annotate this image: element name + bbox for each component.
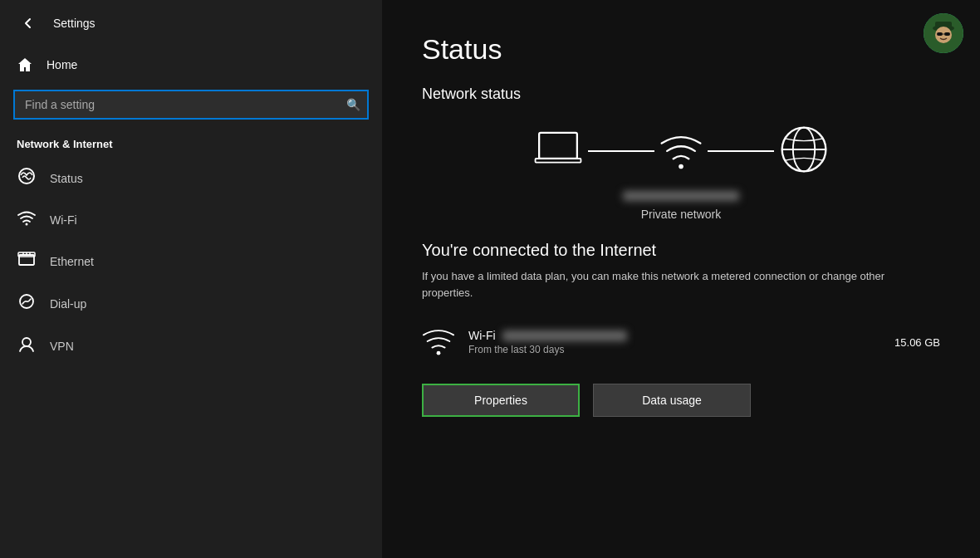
search-icon: 🔍 [346, 98, 360, 111]
svg-rect-16 [539, 133, 577, 159]
vpn-icon [17, 335, 37, 357]
home-label: Home [47, 58, 77, 71]
section-label: Network & Internet [0, 126, 382, 157]
sidebar-item-status[interactable]: Status [0, 157, 382, 199]
wifi-info: Wi-Fi From the last 30 days [468, 329, 881, 355]
sidebar-item-ethernet[interactable]: Ethernet [0, 240, 382, 282]
avatar [924, 13, 963, 53]
sidebar-item-home[interactable]: Home [0, 46, 382, 83]
properties-button[interactable]: Properties [422, 384, 580, 417]
status-icon [17, 167, 37, 189]
globe-icon [777, 123, 831, 179]
wifi-data-size: 15.06 GB [894, 336, 940, 349]
network-label: Private network [422, 208, 940, 221]
sidebar-item-wifi[interactable]: Wi-Fi [0, 199, 382, 240]
wifi-label: Wi-Fi [468, 329, 496, 342]
svg-point-1 [26, 223, 28, 226]
sidebar-header: Settings [0, 0, 382, 46]
search-box: 🔍 [13, 90, 369, 120]
main-content: Status Network status [382, 0, 980, 558]
data-usage-button[interactable]: Data usage [593, 384, 751, 417]
connected-title: You're connected to the Internet [422, 241, 940, 260]
wifi-name: Wi-Fi [468, 329, 881, 342]
sidebar: Settings Home 🔍 Network & Internet Statu… [0, 0, 382, 558]
laptop-icon [532, 126, 585, 176]
wifi-ssid-blur [502, 330, 627, 341]
sidebar-item-dialup[interactable]: Dial-up [0, 282, 382, 325]
home-icon [17, 56, 33, 73]
diagram-line-1 [588, 150, 654, 152]
sidebar-item-vpn[interactable]: VPN [0, 325, 382, 367]
sidebar-item-dialup-label: Dial-up [50, 297, 86, 311]
dialup-icon [17, 292, 37, 315]
wifi-item: Wi-Fi From the last 30 days 15.06 GB [422, 324, 940, 360]
svg-rect-13 [937, 32, 943, 36]
diagram-line-2 [708, 150, 774, 152]
sidebar-item-status-label: Status [50, 172, 83, 185]
page-title: Status [422, 33, 940, 66]
svg-rect-17 [536, 159, 581, 163]
search-input[interactable] [13, 90, 369, 120]
settings-title: Settings [53, 17, 96, 30]
connected-desc: If you have a limited data plan, you can… [422, 268, 887, 301]
sidebar-item-vpn-label: VPN [50, 340, 74, 353]
ethernet-icon [17, 250, 37, 272]
wifi-icon [17, 209, 37, 230]
svg-point-22 [437, 351, 441, 355]
sidebar-item-wifi-label: Wi-Fi [50, 213, 77, 227]
back-button[interactable] [17, 12, 40, 35]
network-status-title: Network status [422, 86, 940, 103]
svg-rect-14 [944, 32, 950, 36]
svg-point-8 [22, 338, 31, 346]
buttons-row: Properties Data usage [422, 384, 940, 417]
svg-point-18 [679, 164, 684, 169]
wifi-subtitle: From the last 30 days [468, 344, 881, 355]
sidebar-item-ethernet-label: Ethernet [50, 255, 94, 268]
network-diagram [422, 123, 940, 179]
wifi-diagram-icon [658, 126, 704, 176]
wifi-small-icon [422, 324, 455, 360]
